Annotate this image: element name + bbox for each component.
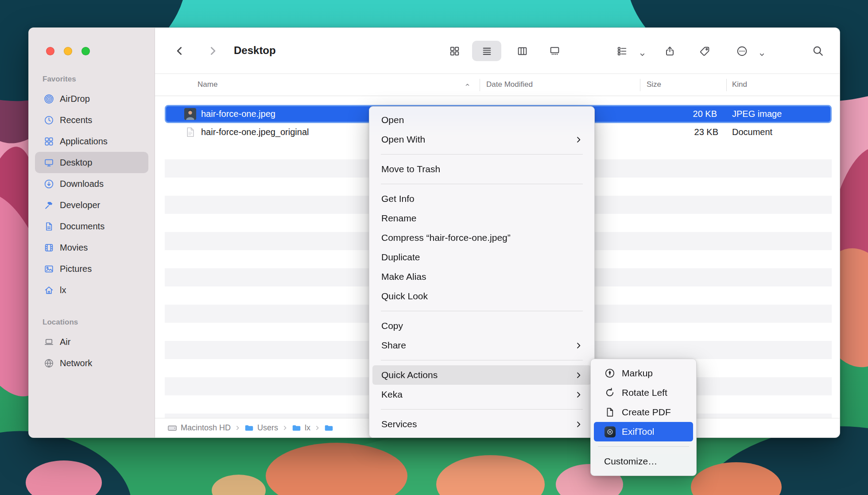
sidebar-item-developer[interactable]: Developer <box>35 194 148 216</box>
folder-icon <box>324 423 333 433</box>
sidebar-item-documents[interactable]: Documents <box>35 216 148 237</box>
zoom-button[interactable] <box>81 47 90 55</box>
submenu-chevron-icon <box>575 371 582 379</box>
path-chevron-icon <box>282 425 288 431</box>
group-by-chevron-icon <box>636 48 648 61</box>
path-crumb-label: Users <box>257 423 278 433</box>
sidebar-item-network[interactable]: Network <box>35 352 148 374</box>
column-header-name[interactable]: Name <box>198 80 217 89</box>
menu-item-label: Duplicate <box>381 252 420 263</box>
submenu-item-markup[interactable]: Markup <box>594 364 693 383</box>
sidebar-item-lx-home[interactable]: lx <box>35 279 148 301</box>
folder-icon <box>244 423 254 433</box>
share-button[interactable] <box>663 45 676 57</box>
menu-item-open-with[interactable]: Open With <box>372 130 591 149</box>
menu-item-label: Get Info <box>381 193 415 204</box>
toolbar: Desktop <box>155 28 840 74</box>
list-column-headers: Name Date Modified Size Kind <box>155 74 840 96</box>
menu-item-rename[interactable]: Rename <box>372 209 591 228</box>
menu-item-label: Keka <box>381 389 403 400</box>
tags-button[interactable] <box>698 45 711 57</box>
column-view-button[interactable] <box>516 45 528 57</box>
search-button[interactable] <box>812 45 824 57</box>
photo-icon <box>43 263 54 275</box>
file-size: 20 KB <box>651 106 717 122</box>
menu-item-duplicate[interactable]: Duplicate <box>372 248 591 267</box>
submenu-chevron-icon <box>575 342 582 349</box>
menu-item-compress[interactable]: Compress “hair-force-one.jpeg” <box>372 228 591 248</box>
menu-item-open[interactable]: Open <box>372 110 591 130</box>
column-separator[interactable] <box>640 79 640 91</box>
column-separator[interactable] <box>726 79 727 91</box>
close-button[interactable] <box>46 47 54 55</box>
menu-item-quick-actions[interactable]: Quick Actions <box>372 365 591 385</box>
menu-separator <box>598 446 689 447</box>
sidebar-item-movies[interactable]: Movies <box>35 237 148 258</box>
folder-icon <box>292 423 301 433</box>
list-view-button[interactable] <box>480 45 493 57</box>
menu-item-label: Move to Trash <box>381 164 440 174</box>
laptop-icon <box>43 336 54 348</box>
quick-actions-submenu: Markup Rotate Left Create PDF ExifTool C… <box>590 359 697 476</box>
menu-item-label: Quick Actions <box>381 370 438 380</box>
sidebar-item-label: Air <box>60 337 70 347</box>
traffic-lights <box>46 47 90 55</box>
path-chevron-icon <box>235 425 240 431</box>
path-crumb-macintosh-hd[interactable]: Macintosh HD <box>167 423 231 433</box>
menu-item-make-alias[interactable]: Make Alias <box>372 267 591 286</box>
film-icon <box>43 242 54 253</box>
context-menu: Open Open With Move to Trash Get Info Re… <box>369 106 595 438</box>
file-name: hair-force-one.jpeg <box>201 109 275 119</box>
sidebar-item-desktop[interactable]: Desktop <box>35 152 148 173</box>
sidebar-item-label: Developer <box>60 200 100 210</box>
menu-item-copy[interactable]: Copy <box>372 316 591 336</box>
path-crumb-folder[interactable] <box>324 423 333 433</box>
exiftool-app-icon <box>604 426 616 437</box>
submenu-item-customize[interactable]: Customize… <box>594 452 693 471</box>
sidebar-item-label: Desktop <box>60 158 92 168</box>
sidebar-item-label: Applications <box>60 136 108 147</box>
path-crumb-users[interactable]: Users <box>244 423 278 433</box>
column-separator[interactable] <box>480 79 480 91</box>
sidebar-item-airdrop[interactable]: AirDrop <box>35 88 148 109</box>
sidebar-item-label: Documents <box>60 221 105 232</box>
back-button[interactable] <box>174 45 186 57</box>
menu-item-services[interactable]: Services <box>372 414 591 434</box>
group-by-button[interactable] <box>616 45 628 57</box>
submenu-item-exiftool[interactable]: ExifTool <box>594 422 693 441</box>
submenu-item-label: Customize… <box>604 456 657 467</box>
globe-icon <box>43 357 54 369</box>
icon-view-button[interactable] <box>448 45 461 57</box>
menu-item-get-info[interactable]: Get Info <box>372 189 591 209</box>
sidebar-item-air[interactable]: Air <box>35 331 148 352</box>
gallery-view-button[interactable] <box>548 45 561 57</box>
submenu-item-create-pdf[interactable]: Create PDF <box>594 402 693 422</box>
sidebar-item-downloads[interactable]: Downloads <box>35 173 148 194</box>
menu-separator <box>381 409 583 410</box>
sidebar-list: Favorites AirDrop Recents Applications D… <box>35 28 148 374</box>
sidebar-section-favorites: Favorites <box>43 75 148 85</box>
sidebar-item-label: Movies <box>60 243 88 253</box>
file-name: hair-force-one.jpeg_original <box>201 127 309 137</box>
column-header-size[interactable]: Size <box>647 80 661 89</box>
sidebar-item-label: lx <box>60 285 66 295</box>
sidebar-item-pictures[interactable]: Pictures <box>35 258 148 279</box>
more-actions-button[interactable] <box>736 45 748 57</box>
path-crumb-lx[interactable]: lx <box>292 423 310 433</box>
menu-item-quick-look[interactable]: Quick Look <box>372 286 591 306</box>
menu-item-move-to-trash[interactable]: Move to Trash <box>372 159 591 179</box>
file-kind: Document <box>732 123 772 141</box>
minimize-button[interactable] <box>64 47 72 55</box>
path-chevron-icon <box>314 425 320 431</box>
sidebar-item-recents[interactable]: Recents <box>35 109 148 131</box>
submenu-item-rotate-left[interactable]: Rotate Left <box>594 383 693 402</box>
column-header-kind[interactable]: Kind <box>732 80 747 89</box>
path-crumb-label: lx <box>305 423 310 433</box>
sidebar-item-label: Recents <box>60 115 92 125</box>
menu-item-keka[interactable]: Keka <box>372 385 591 404</box>
column-header-date-modified[interactable]: Date Modified <box>486 80 533 89</box>
submenu-chevron-icon <box>575 136 582 143</box>
menu-item-share[interactable]: Share <box>372 336 591 355</box>
sidebar-item-applications[interactable]: Applications <box>35 131 148 152</box>
forward-button[interactable] <box>206 45 219 57</box>
